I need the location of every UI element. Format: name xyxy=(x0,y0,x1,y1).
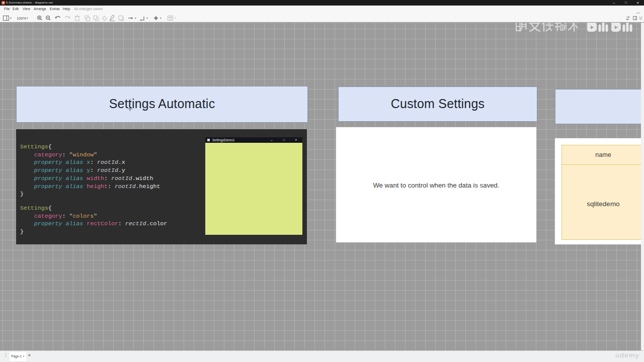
svg-text:100%: 100% xyxy=(17,16,27,21)
